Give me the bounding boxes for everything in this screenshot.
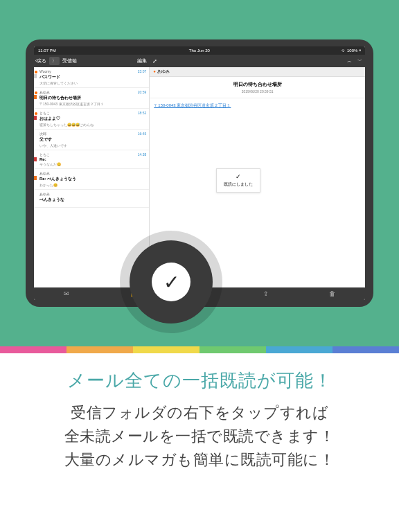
caption-line: 全未読メールを一括で既読できます！ (11, 425, 388, 448)
subject: おはよよ♡ (39, 116, 146, 122)
toast-text: 既読にしました (224, 181, 253, 188)
unread-dot (35, 112, 37, 115)
caption-line: 大量のメルマガも簡単に既読可能に！ (11, 448, 388, 472)
back-button[interactable]: ‹戻る (34, 57, 48, 64)
check-icon: ✓ (163, 271, 179, 294)
carrier-badge: Wo (34, 74, 37, 78)
list-item[interactable]: WoWoomyパスワード大切に保管してください23:07 (34, 67, 149, 88)
mail-icon[interactable]: ✉ (64, 290, 69, 297)
message-date: 2019/06/20 20:59:51 (152, 89, 362, 94)
subject: Re: (39, 157, 146, 161)
sender-name: ともこ (39, 152, 146, 157)
message-title: 明日の待ち合わせ場所 (152, 81, 362, 88)
list-item[interactable]: あゆみべんきょうな (34, 190, 149, 208)
time: 16:45 (138, 132, 147, 136)
trash-icon[interactable]: 🗑 (329, 290, 335, 297)
carrier-badge: au (34, 176, 37, 180)
sender-name: ともこ (39, 111, 146, 115)
carrier-badge: dc (34, 157, 37, 161)
subject: パスワード (39, 74, 146, 80)
carrier-badge: dc (34, 116, 37, 120)
check-icon: ✓ (224, 173, 253, 180)
breadcrumb-chevron[interactable]: 〉 (49, 57, 60, 65)
sender-name: あゆみ (39, 171, 146, 175)
caption-area: メール全ての一括既読が可能！ 受信フォルダの右下をタップすれば 全未読メールを一… (0, 353, 399, 472)
color-stripe (0, 346, 399, 353)
message-list[interactable]: WoWoomyパスワード大切に保管してください23:07auあゆみ明日の待ち合わ… (34, 67, 150, 287)
sender-tag[interactable]: ●あゆみ (150, 67, 365, 77)
expand-icon[interactable]: ⤢ (152, 58, 157, 64)
subject: Re: べんきょうなう (39, 176, 146, 182)
preview: そうなんだ😊 (39, 162, 146, 166)
list-item[interactable]: dcともこおはよよ♡寝落ちしちゃった😅😅😅ごめんね18:52 (34, 109, 149, 130)
next-message-button[interactable]: ﹀ (357, 57, 362, 64)
preview: 寝落ちしちゃった😅😅😅ごめんね (39, 123, 146, 127)
time: 18:52 (138, 111, 147, 115)
caption-headline: メール全ての一括既読が可能！ (11, 369, 388, 393)
hero-area: 11:07 PM Thu Jun 20 ᯤ 100% ▮ ‹戻る 〉 受信箱 編… (0, 0, 399, 346)
preview: 大切に保管してください (39, 81, 146, 85)
preview: いや、人違いです (39, 143, 146, 148)
status-time: 11:07 PM (38, 48, 56, 53)
status-bar: 11:07 PM Thu Jun 20 ᯤ 100% ▮ (34, 46, 365, 55)
address-link[interactable]: 〒150-0043 東京都渋谷区道玄坂２丁目１ (154, 103, 231, 107)
nav-bar: ‹戻る 〉 受信箱 編集 ⤢ ︿ ﹀ (34, 55, 365, 67)
mark-all-read-button[interactable]: ✓ (130, 240, 213, 323)
preview: 〒150-0043 東京都渋谷区道玄坂２丁目１ (39, 102, 146, 106)
inbox-title: 受信箱 (62, 57, 77, 64)
preview: わかった😊 (39, 183, 146, 187)
time: 14:38 (138, 152, 147, 157)
carrier-badge: au (34, 95, 37, 99)
sender-name: 次郎 (39, 132, 146, 136)
list-item[interactable]: auあゆみ明日の待ち合わせ場所〒150-0043 東京都渋谷区道玄坂２丁目１20… (34, 88, 149, 109)
toast-marked-read: ✓ 既読にしました (216, 168, 260, 193)
wifi-icon: ᯤ (342, 48, 346, 53)
message-body: 〒150-0043 東京都渋谷区道玄坂２丁目１ (150, 98, 365, 113)
subject: 父です (39, 136, 146, 143)
time: 20:59 (138, 90, 147, 94)
sender-name: あゆみ (39, 192, 146, 196)
subject: べんきょうな (39, 197, 146, 203)
edit-button[interactable]: 編集 (137, 57, 150, 64)
list-item[interactable]: dcともこRe:そうなんだ😊14:38 (34, 150, 149, 169)
time: 23:07 (138, 69, 147, 73)
sender-name: Woomy (39, 69, 146, 73)
battery-label: 100% (347, 48, 357, 53)
caption-line: 受信フォルダの右下をタップすれば (11, 401, 388, 425)
unread-dot (35, 91, 37, 94)
unread-dot (35, 71, 37, 73)
tablet-frame: 11:07 PM Thu Jun 20 ᯤ 100% ▮ ‹戻る 〉 受信箱 編… (26, 39, 373, 307)
list-item[interactable]: 次郎父ですいや、人違いです16:45 (34, 130, 149, 150)
status-date: Thu Jun 20 (57, 48, 342, 53)
list-item[interactable]: auあゆみRe: べんきょうなうわかった😊 (34, 169, 149, 190)
subject: 明日の待ち合わせ場所 (39, 95, 146, 101)
sender-name: あゆみ (39, 90, 146, 94)
message-header: 明日の待ち合わせ場所 2019/06/20 20:59:51 (150, 77, 365, 98)
prev-message-button[interactable]: ︿ (347, 57, 352, 64)
share-icon[interactable]: ⇪ (263, 290, 269, 297)
